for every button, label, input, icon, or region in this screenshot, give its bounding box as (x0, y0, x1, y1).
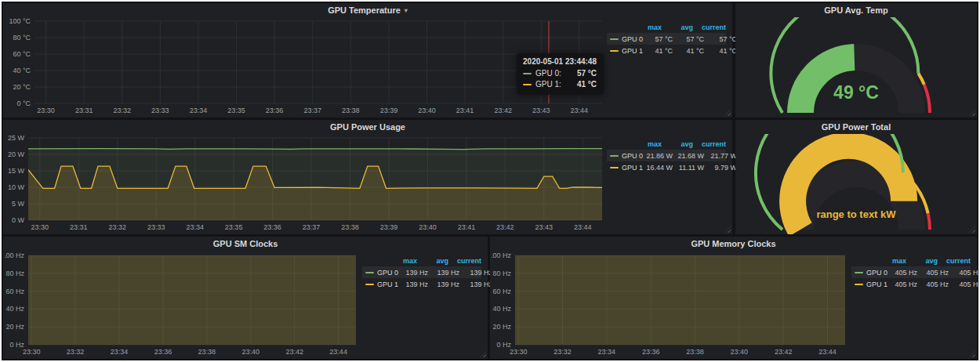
legend-value: 41 °C (643, 47, 673, 55)
svg-text:23:42: 23:42 (494, 107, 512, 114)
gauge-value: 49 °C (735, 82, 977, 103)
svg-text:23:44: 23:44 (571, 107, 589, 114)
svg-text:23:33: 23:33 (147, 223, 165, 231)
svg-text:23:32: 23:32 (554, 348, 572, 356)
legend-row-gpu1: GPU 1139 Hz139 Hz139 Hz (362, 278, 481, 290)
svg-text:23:36: 23:36 (154, 348, 172, 356)
graph-tooltip: 2020-05-01 23:44:48 GPU 0:57 °C GPU 1:41… (517, 53, 604, 95)
legend-header-avg[interactable]: avg (906, 257, 938, 265)
svg-text:23:38: 23:38 (342, 107, 360, 114)
panel-title-gpu-power-total[interactable]: GPU Power Total (735, 120, 977, 134)
svg-text:23:34: 23:34 (111, 348, 129, 356)
series-dash-icon (523, 73, 532, 74)
legend-header-max[interactable]: max (632, 140, 662, 148)
svg-text:23:40: 23:40 (731, 348, 749, 356)
legend-header-max[interactable]: max (877, 257, 906, 265)
panel-title-gpu-temperature[interactable]: GPU Temperature (3, 3, 732, 17)
svg-text:0 °C: 0 °C (16, 100, 31, 107)
series-dash-icon (365, 284, 374, 285)
legend-value: 405 Hz (917, 281, 949, 288)
legend-header-current[interactable]: current (693, 24, 726, 31)
legend-gpu-temperature: maxavgcurrent GPU 057 °C57 °C57 °C GPU 1… (607, 17, 731, 116)
legend-value: 139 Hz (428, 269, 459, 277)
panel-title-gpu-memory-clocks[interactable]: GPU Memory Clocks (490, 237, 977, 251)
svg-text:40 Hz: 40 Hz (492, 305, 511, 313)
svg-text:23:32: 23:32 (108, 223, 126, 231)
panel-gpu-avg-temp: GPU Avg. Temp 49 °C (735, 3, 977, 118)
series-dash-icon (365, 272, 374, 273)
svg-text:60 Hz: 60 Hz (492, 288, 511, 295)
svg-text:10 W: 10 W (8, 183, 25, 191)
svg-text:0 W: 0 W (12, 216, 25, 224)
legend-value: 405 Hz (887, 269, 917, 277)
tooltip-timestamp: 2020-05-01 23:44:48 (523, 57, 597, 66)
memory-clocks-chart-area[interactable]: 0 Hz20 Hz40 Hz60 Hz80 Hz100 Hz23:3023:32… (492, 251, 851, 357)
legend-header-avg[interactable]: avg (417, 257, 448, 265)
legend-value: 405 Hz (949, 269, 978, 277)
svg-text:23:40: 23:40 (419, 223, 437, 231)
svg-text:23:39: 23:39 (380, 107, 398, 114)
panel-gpu-power-usage: GPU Power Usage 0 W5 W10 W15 W20 W25 W23… (3, 120, 732, 234)
legend-value: 41 °C (673, 47, 704, 55)
power-chart-area[interactable]: 0 W5 W10 W15 W20 W25 W23:3023:3123:3223:… (5, 134, 607, 233)
legend-series-toggle[interactable]: GPU 0 (362, 269, 398, 277)
sm-clocks-chart[interactable]: 0 Hz20 Hz40 Hz60 Hz80 Hz100 Hz23:3023:32… (5, 251, 362, 357)
series-dash-icon (610, 155, 619, 157)
power-chart[interactable]: 0 W5 W10 W15 W20 W25 W23:3023:3123:3223:… (5, 134, 607, 233)
legend-header-row: maxavgcurrent (607, 21, 726, 33)
svg-text:23:35: 23:35 (225, 223, 243, 231)
legend-value: 11.11 W (673, 164, 704, 172)
legend-header-current[interactable]: current (448, 257, 481, 265)
svg-text:100 Hz: 100 Hz (5, 252, 24, 259)
legend-header-avg[interactable]: avg (662, 24, 693, 31)
svg-text:23:43: 23:43 (532, 107, 550, 114)
svg-text:100 °C: 100 °C (9, 17, 31, 25)
sm-clocks-chart-area[interactable]: 0 Hz20 Hz40 Hz60 Hz80 Hz100 Hz23:3023:32… (5, 251, 362, 357)
svg-text:23:31: 23:31 (75, 107, 93, 114)
svg-text:23:31: 23:31 (70, 223, 88, 231)
legend-value: 139 Hz (459, 281, 492, 288)
legend-header-current[interactable]: current (938, 257, 971, 265)
legend-value: 57 °C (643, 35, 673, 43)
legend-series-toggle[interactable]: GPU 1 (607, 164, 643, 172)
svg-text:5 W: 5 W (12, 200, 25, 208)
panel-title-gpu-avg-temp[interactable]: GPU Avg. Temp (735, 3, 977, 17)
svg-text:15 W: 15 W (8, 167, 25, 175)
svg-text:23:41: 23:41 (458, 223, 476, 231)
series-dash-icon (610, 167, 619, 168)
legend-row-gpu1: GPU 141 °C41 °C41 °C (607, 45, 726, 56)
panel-title-text: GPU Power Total (822, 122, 891, 132)
legend-header-avg[interactable]: avg (662, 140, 693, 148)
panel-title-text: GPU Avg. Temp (824, 5, 888, 15)
panel-gpu-temperature: GPU Temperature 0 °C20 °C40 °C60 °C80 °C… (3, 3, 732, 118)
svg-text:20 Hz: 20 Hz (492, 323, 511, 331)
legend-row-gpu0: GPU 057 °C57 °C57 °C (607, 33, 726, 45)
legend-header-max[interactable]: max (387, 257, 417, 265)
svg-text:23:44: 23:44 (329, 348, 347, 356)
legend-row-gpu0: GPU 021.86 W21.68 W21.77 W (607, 150, 726, 161)
temperature-chart-area[interactable]: 0 °C20 °C40 °C60 °C80 °C100 °C23:3023:31… (5, 17, 607, 116)
memory-clocks-chart[interactable]: 0 Hz20 Hz40 Hz60 Hz80 Hz100 Hz23:3023:32… (492, 251, 851, 357)
legend-header-current[interactable]: current (693, 140, 726, 148)
legend-value: 405 Hz (917, 269, 949, 277)
svg-text:23:34: 23:34 (598, 348, 616, 356)
svg-text:23:38: 23:38 (341, 223, 359, 231)
svg-text:23:32: 23:32 (67, 348, 85, 356)
panel-menu-caret-icon[interactable] (405, 4, 408, 18)
panel-gpu-power-total: GPU Power Total range to text kW (735, 120, 977, 234)
panel-title-gpu-sm-clocks[interactable]: GPU SM Clocks (3, 237, 488, 251)
legend-header-row: maxavgcurrent (362, 255, 481, 266)
legend-series-toggle[interactable]: GPU 1 (851, 281, 887, 288)
legend-series-toggle[interactable]: GPU 0 (851, 269, 887, 277)
legend-series-toggle[interactable]: GPU 1 (607, 47, 643, 55)
legend-value: 139 Hz (398, 269, 428, 277)
legend-series-toggle[interactable]: GPU 0 (607, 152, 643, 160)
legend-value: 405 Hz (887, 281, 917, 288)
legend-row-gpu1: GPU 116.44 W11.11 W9.79 W (607, 161, 726, 173)
panel-title-gpu-power-usage[interactable]: GPU Power Usage (3, 120, 732, 134)
legend-header-max[interactable]: max (632, 24, 662, 31)
legend-series-toggle[interactable]: GPU 1 (362, 281, 398, 288)
svg-text:80 Hz: 80 Hz (492, 270, 511, 277)
svg-text:23:37: 23:37 (303, 223, 321, 231)
legend-series-toggle[interactable]: GPU 0 (607, 35, 643, 43)
